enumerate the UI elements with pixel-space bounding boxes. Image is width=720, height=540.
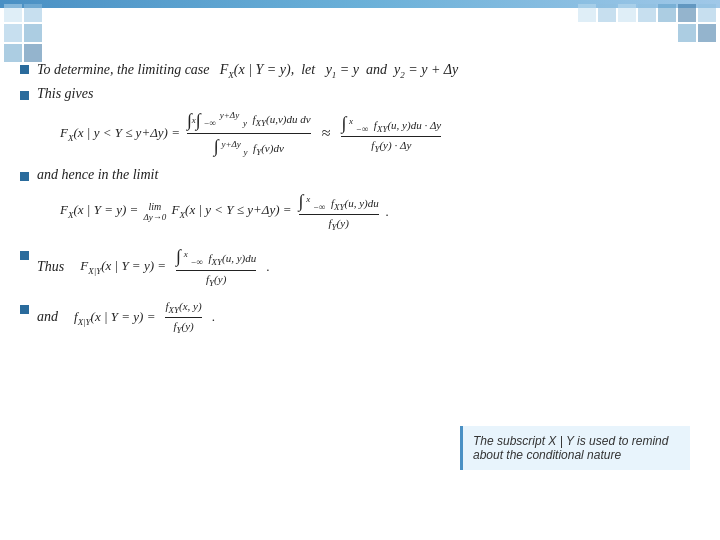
- top-left-decoration: [0, 0, 50, 55]
- bullet-square-1: [20, 65, 29, 74]
- bullet-square-4: [20, 251, 29, 260]
- bullet-item-4: Thus FX|Y(x | Y = y) = ∫ x −∞ fXY(u, y)d…: [20, 246, 700, 287]
- bullet-item-5: and fX|Y(x | Y = y) = fXY(x, y) fY(y) .: [20, 300, 700, 335]
- bullet-square-5: [20, 305, 29, 314]
- formula-row-2: FX(x | Y = y) = lim Δy→0 FX(x | y < Y ≤ …: [60, 191, 700, 232]
- bullet3-text: and hence in the limit: [37, 167, 158, 183]
- bullet-item-1: To determine, the limiting case FX(x | Y…: [20, 60, 700, 80]
- bullet1-text: To determine, the limiting case FX(x | Y…: [37, 60, 458, 80]
- formula-block-2: FX(x | Y = y) = lim Δy→0 FX(x | y < Y ≤ …: [40, 191, 700, 232]
- note-box: The subscript X | Y is used to remind ab…: [460, 426, 690, 470]
- bullet5-text: and: [37, 309, 58, 325]
- main-content: To determine, the limiting case FX(x | Y…: [20, 60, 700, 530]
- note-text: The subscript X | Y is used to remind ab…: [473, 434, 668, 462]
- top-right-decoration: [560, 0, 720, 55]
- bullet-square-3: [20, 172, 29, 181]
- bullet-square-2: [20, 91, 29, 100]
- bullet4-text: Thus: [37, 259, 64, 275]
- bullet-item-3: and hence in the limit: [20, 167, 700, 183]
- formula-row-1: FX(x | y < Y ≤ y+Δy) = ∫x ∫ −∞ y+Δy y fX…: [60, 110, 700, 157]
- formula-block-1: FX(x | y < Y ≤ y+Δy) = ∫x ∫ −∞ y+Δy y fX…: [40, 110, 700, 157]
- bullet2-text: This gives: [37, 86, 93, 102]
- bullet-item-2: This gives: [20, 86, 700, 102]
